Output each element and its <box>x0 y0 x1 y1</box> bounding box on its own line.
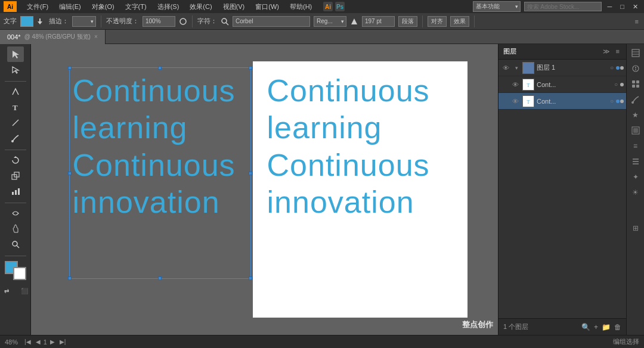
ai-logo-icon: Ai <box>4 1 17 12</box>
font-size-field[interactable]: 197 pt <box>362 16 395 27</box>
layer-dot-2[interactable] <box>620 66 624 70</box>
delete-layer-icon[interactable]: 🗑 <box>614 323 621 331</box>
panel-expand-icon[interactable]: ≫ <box>601 47 612 56</box>
zoom-tool[interactable] <box>7 237 24 252</box>
add-layer-icon[interactable]: + <box>594 323 598 331</box>
align-button[interactable]: 对齐 <box>428 16 447 27</box>
options-bar: 文字 描边： 不透明度： 100% 字符： Corbel Reg... 197 … <box>0 13 644 30</box>
layer2-dot-1[interactable] <box>616 100 620 103</box>
window-restore-button[interactable]: □ <box>618 2 627 11</box>
tab-close-button[interactable]: × <box>94 33 98 40</box>
menu-window[interactable]: 窗口(W) <box>252 1 282 13</box>
brightness-strip-icon[interactable]: ☀ <box>629 186 642 199</box>
layer-group-row[interactable]: 👁 ▾ 图层 1 ○ <box>499 60 626 76</box>
layer2-lock-icon[interactable]: ○ <box>610 98 614 104</box>
stroke-dropdown[interactable] <box>72 16 96 27</box>
appearance-strip-icon[interactable]: ≡ <box>629 139 642 153</box>
font-search-icon[interactable] <box>221 17 229 26</box>
layer1-visibility-icon[interactable]: 👁 <box>510 80 520 89</box>
menu-bar-right: 基本功能 ─ □ ✕ <box>473 1 640 12</box>
handle-rm[interactable] <box>249 172 252 175</box>
color-tools <box>5 261 26 280</box>
menu-select[interactable]: 选择(S) <box>154 1 182 13</box>
menu-edit[interactable]: 编辑(E) <box>56 1 84 13</box>
direct-select-tool[interactable] <box>7 62 24 77</box>
opacity-field[interactable]: 100% <box>143 16 175 27</box>
select-tool[interactable] <box>7 46 24 62</box>
symbols-strip-icon[interactable]: ★ <box>629 108 642 122</box>
rotate-tool[interactable] <box>7 153 24 168</box>
layer-item-2[interactable]: 👁 T Cont... ○ <box>499 93 626 110</box>
menu-file[interactable]: 文件(F) <box>24 1 51 13</box>
layer1-lock-icon[interactable]: ○ <box>614 81 618 88</box>
handle-tm[interactable] <box>158 66 162 70</box>
layer1-dot-1[interactable] <box>620 83 624 86</box>
page-prev-button[interactable]: ◀ <box>34 338 42 346</box>
options-menu-icon[interactable]: ≡ <box>633 17 640 26</box>
handle-lm[interactable] <box>68 172 72 175</box>
menu-help[interactable]: 帮助(H) <box>287 1 315 13</box>
stock-search-input[interactable] <box>524 2 602 11</box>
menu-object[interactable]: 对象(O) <box>89 1 117 13</box>
paragraph-button[interactable]: 段落 <box>398 16 417 27</box>
handle-bm[interactable] <box>158 276 162 280</box>
type-tool[interactable]: T <box>7 100 24 115</box>
layer-folder-icon <box>522 62 534 74</box>
panel-menu-icon[interactable]: ≡ <box>614 47 621 56</box>
assets-strip-icon[interactable] <box>629 77 642 91</box>
folder-layer-icon[interactable]: 📁 <box>602 323 611 331</box>
hand-tool[interactable] <box>7 221 24 237</box>
brushes-strip-icon[interactable] <box>629 93 642 106</box>
window-minimize-button[interactable]: ─ <box>605 2 615 11</box>
layers-panel-footer: 1 个图层 🔍 + 📁 🗑 <box>499 318 626 335</box>
layer-expand-icon[interactable]: ▾ <box>513 64 520 72</box>
properties-strip-icon[interactable] <box>629 62 642 75</box>
layer-dot-1[interactable] <box>616 66 620 70</box>
svg-rect-18 <box>525 66 532 71</box>
layer-visibility-icon[interactable]: 👁 <box>501 63 510 73</box>
font-style-dropdown[interactable]: Reg... <box>314 16 346 27</box>
page-last-button[interactable]: ▶| <box>58 338 68 346</box>
expand-right-icon[interactable]: ⊞ <box>629 222 642 235</box>
graph-tool[interactable] <box>7 184 24 199</box>
layer2-visibility-icon[interactable]: 👁 <box>510 97 520 106</box>
layer2-name: Cont... <box>537 98 608 105</box>
handle-br[interactable] <box>249 276 252 280</box>
swap-colors-icon[interactable] <box>37 17 45 26</box>
align-strip-icon[interactable] <box>629 155 642 168</box>
pen-tool[interactable] <box>7 84 24 100</box>
menu-view[interactable]: 视图(V) <box>220 1 248 13</box>
pen-tools: T <box>0 84 30 146</box>
layer2-dot-2[interactable] <box>620 100 624 103</box>
layer-item-1[interactable]: 👁 T Cont... ○ <box>499 76 626 93</box>
menu-text[interactable]: 文字(T) <box>122 1 150 13</box>
layers-strip-icon[interactable] <box>629 46 642 60</box>
svg-rect-31 <box>636 85 639 88</box>
handle-tr[interactable] <box>249 66 252 70</box>
graphic-styles-strip-icon[interactable] <box>629 124 642 137</box>
workspace-dropdown[interactable]: 基本功能 <box>473 1 521 12</box>
page-next-button[interactable]: ▶ <box>48 338 57 346</box>
pathfinder-strip-icon[interactable]: ✦ <box>629 170 642 184</box>
scale-tool[interactable] <box>7 168 24 184</box>
paintbrush-tool[interactable] <box>7 130 24 146</box>
menu-effect[interactable]: 效果(C) <box>187 1 215 13</box>
window-close-button[interactable]: ✕ <box>630 2 640 11</box>
line-tool[interactable] <box>7 115 24 130</box>
default-colors-button[interactable]: ⬛ <box>16 283 33 299</box>
background-color[interactable] <box>13 267 26 280</box>
effect-button[interactable]: 效果 <box>450 16 469 27</box>
document-tab[interactable]: 004* @ 48% (RGB/GPU 预览) × <box>0 30 106 44</box>
warp-tool[interactable] <box>7 206 24 221</box>
svg-point-9 <box>11 140 14 142</box>
swap-colors-button[interactable]: ⇄ <box>0 283 15 299</box>
handle-bl[interactable] <box>68 276 72 280</box>
handle-tl[interactable] <box>68 66 72 70</box>
search-layer-icon[interactable]: 🔍 <box>581 323 590 331</box>
font-name-field[interactable]: Corbel <box>233 16 310 27</box>
page-first-button[interactable]: |◀ <box>23 338 33 346</box>
layer-lock-icon[interactable]: ○ <box>610 64 614 71</box>
fill-color-swatch[interactable] <box>20 16 33 27</box>
toolbar-divider-1 <box>5 81 26 82</box>
right-line4: innovation <box>267 184 430 220</box>
